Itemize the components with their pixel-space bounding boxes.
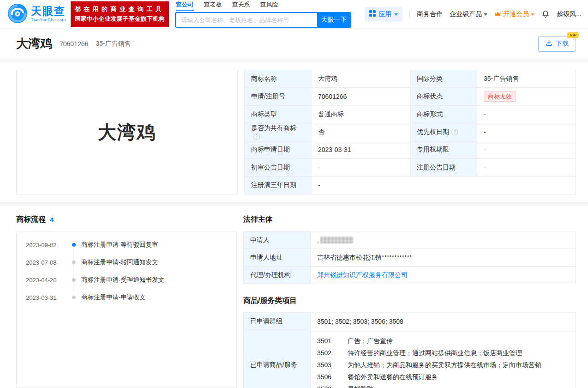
- goods-code: 3501: [317, 335, 348, 347]
- search-button[interactable]: 天眼一下: [317, 12, 351, 28]
- page-title-band: 大湾鸡 70601266 35-广告销售 下载 VIP: [0, 29, 588, 59]
- legal-entity-panel: 法律主体 申请人 , 申请人地址 吉林省德惠市松花江镇************ …: [243, 215, 576, 388]
- promo-line1: 都在用的商业查询工具: [75, 5, 165, 14]
- goods-desc: 特许经营的商业管理；通过网站提供商业信息；饭店商业管理: [348, 347, 522, 359]
- label-applicant-address: 申请人地址: [244, 249, 311, 267]
- goods-code: 3506: [317, 371, 348, 383]
- promo-line2: 国家中小企业发展子基金旗下机构: [75, 14, 165, 24]
- table-row: 代理/办理机构 郑州锐进知识产权服务有限公司: [244, 267, 576, 284]
- label-reg-gazette-date: 注册公告日期: [410, 159, 477, 176]
- promo-banner: 都在用的商业查询工具 国家中小企业发展子基金旗下机构: [71, 1, 169, 27]
- search-tabs: 查公司 查老板 查关系 查风险: [175, 0, 351, 11]
- nav-super-risk[interactable]: 超级风...: [557, 10, 582, 18]
- timeline-item: 2023-07-08 商标注册申请-驳回通知发文: [17, 258, 236, 267]
- help-icon[interactable]: ?: [253, 133, 260, 140]
- label-applied-goods: 已申请商品/服务: [244, 330, 311, 388]
- value-three-year-date: -: [312, 176, 576, 194]
- goods-item: 3508 寻找赞助: [317, 383, 569, 388]
- search-tab-relation[interactable]: 查关系: [232, 0, 250, 11]
- logo-title: 天眼查: [31, 6, 66, 17]
- goods-services-table: 已申请群组 3501; 3502; 3503; 3506; 3508 已申请商品…: [243, 312, 576, 388]
- timeline-text: 商标注册申请-等待驳回复审: [81, 241, 158, 249]
- nav-vip-label: 开通会员: [503, 10, 529, 18]
- label-trademark-name: 商标名称: [245, 70, 312, 88]
- label-trademark-type: 商标类型: [245, 105, 312, 123]
- goods-desc: 餐馆外卖和送餐的在线预订服务: [348, 371, 438, 383]
- apps-menu-label: 应用: [378, 10, 391, 18]
- goods-desc: 寻找赞助: [348, 383, 373, 388]
- search-block: 查公司 查老板 查关系 查风险 天眼一下: [175, 0, 351, 28]
- nav-enterprise-products[interactable]: 企业级产品: [450, 10, 487, 18]
- applicant-redacted: [320, 236, 354, 243]
- search-tab-company[interactable]: 查公司: [176, 0, 194, 11]
- label-exclusive-term: 专用权期限: [410, 141, 477, 158]
- notifications-bell-icon[interactable]: [541, 10, 550, 18]
- nav-open-vip[interactable]: 开通会员: [494, 10, 534, 18]
- timeline-text: 商标注册申请-受理通知书发文: [81, 276, 164, 284]
- timeline-text: 商标注册申请-申请收文: [81, 293, 146, 302]
- legal-entity-title: 法律主体: [243, 215, 273, 224]
- nav-business-cooperation[interactable]: 商务合作: [417, 10, 443, 18]
- process-title: 商标流程: [16, 215, 46, 224]
- timeline-dot-icon: [72, 278, 76, 282]
- value-trademark-form: -: [477, 105, 576, 123]
- value-exclusive-term: -: [477, 141, 576, 158]
- trademark-reg-number: 70601266: [60, 40, 88, 48]
- section-divider: [0, 202, 588, 206]
- goods-desc: 广告；广告宣传: [348, 335, 393, 347]
- value-reg-number: 70601266: [312, 88, 410, 105]
- lower-section: 商标流程 4 2023-09-02 商标注册申请-等待驳回复审 2023-07-…: [0, 206, 588, 388]
- goods-item: 3506 餐馆外卖和送餐的在线预订服务: [317, 371, 569, 383]
- table-row: 已申请群组 3501; 3502; 3503; 3506; 3508: [244, 313, 576, 330]
- header-nav: 应用 商务合作 企业级产品 开通会员 超级风...: [365, 7, 582, 22]
- timeline-dot-icon: [72, 243, 76, 247]
- trademark-category: 35-广告销售: [96, 40, 131, 48]
- search-tab-risk[interactable]: 查风险: [260, 0, 278, 11]
- timeline-date: 2023-04-20: [26, 277, 66, 284]
- chevron-down-icon: [394, 13, 398, 16]
- value-intl-class: 35-广告销售: [477, 70, 576, 88]
- trademark-info-table: 商标名称 大湾鸡 国际分类 35-广告销售 申请/注册号 70601266 商标…: [244, 70, 576, 194]
- label-applicant: 申请人: [244, 231, 311, 249]
- timeline-dot-icon: [72, 261, 76, 264]
- value-first-gazette-date: -: [312, 159, 410, 176]
- table-row: 初审公告日期 - 注册公告日期 -: [245, 159, 576, 176]
- tianyancha-logo[interactable]: 天眼查 TianYanCha.com: [7, 3, 66, 25]
- tianyancha-logo-icon: [7, 3, 28, 25]
- value-trademark-name: 大湾鸡: [312, 70, 410, 88]
- applicant-prefix: ,: [317, 236, 319, 244]
- timeline-date: 2023-07-08: [26, 259, 66, 266]
- agency-link[interactable]: 郑州锐进知识产权服务有限公司: [317, 271, 408, 279]
- label-apply-date: 商标申请日期: [245, 141, 312, 158]
- help-icon[interactable]: ?: [451, 129, 458, 135]
- timeline-date: 2023-03-31: [26, 294, 66, 301]
- search-tab-boss[interactable]: 查老板: [204, 0, 222, 11]
- table-row: 申请/注册号 70601266 商标状态 商标无效: [245, 88, 576, 105]
- value-applied-groups: 3501; 3502; 3503; 3506; 3508: [311, 313, 576, 330]
- trademark-image: 大湾鸡: [16, 70, 238, 194]
- goods-services-title: 商品/服务类项目: [243, 296, 297, 306]
- apps-menu[interactable]: 应用: [365, 7, 402, 22]
- apps-grid-icon: [369, 10, 376, 18]
- vip-badge: VIP: [567, 32, 579, 38]
- label-status: 商标状态: [410, 88, 477, 105]
- table-row: 申请人地址 吉林省德惠市松花江镇************: [244, 249, 576, 267]
- legal-entity-table: 申请人 , 申请人地址 吉林省德惠市松花江镇************ 代理/办理…: [243, 231, 576, 284]
- process-timeline-box: 2023-09-02 商标注册申请-等待驳回复审 2023-07-08 商标注册…: [16, 231, 237, 388]
- trademark-process-panel: 商标流程 4 2023-09-02 商标注册申请-等待驳回复审 2023-07-…: [16, 215, 237, 388]
- table-row: 商标名称 大湾鸡 国际分类 35-广告销售: [245, 70, 576, 88]
- label-trademark-form: 商标形式: [410, 105, 477, 123]
- nav-enterprise-label: 企业级产品: [450, 10, 482, 18]
- value-applicant-address: 吉林省德惠市松花江镇************: [311, 249, 576, 267]
- crown-icon: [494, 11, 501, 18]
- goods-item: 3503 为他人推销；为商品和服务的买卖双方提供在线市场；定向市场营销: [317, 359, 569, 371]
- label-reg-number: 申请/注册号: [245, 88, 312, 105]
- page-title: 大湾鸡: [16, 36, 52, 52]
- download-button[interactable]: 下载 VIP: [538, 36, 576, 52]
- label-three-year-date: 注册满三年日期: [245, 176, 312, 194]
- goods-item: 3501 广告；广告宣传: [317, 335, 569, 347]
- download-icon: [546, 40, 552, 48]
- search-input[interactable]: [175, 12, 317, 28]
- timeline-text: 商标注册申请-驳回通知发文: [81, 258, 158, 267]
- value-priority-date: -: [477, 123, 576, 141]
